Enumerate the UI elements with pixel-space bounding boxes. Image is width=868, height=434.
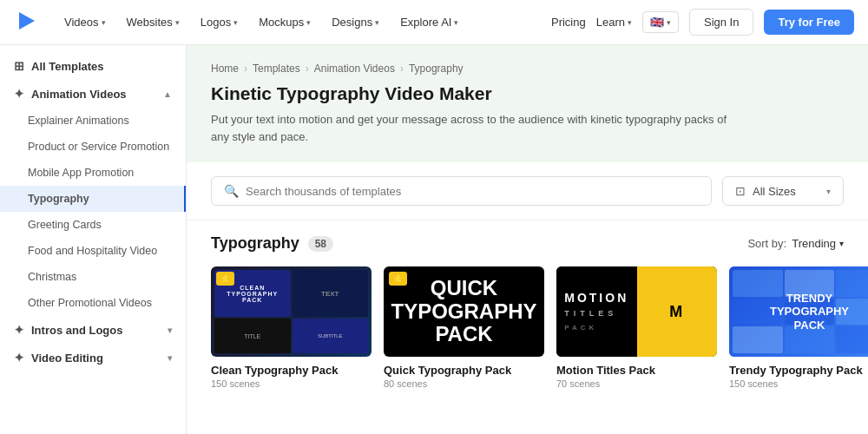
grid-section: Typography 58 Sort by: Trending ▾ [187,220,868,403]
breadcrumb-sep-3: › [400,62,404,75]
nav-mockups[interactable]: Mockups ▾ [250,10,319,34]
chevron-down-icon: ▾ [306,18,311,27]
templates-grid: CLEANTYPOGRAPHYPACK TEXT TITLE SUBTITLE [211,266,844,389]
chevron-down-icon: ▾ [102,18,106,27]
badge-quick: ⭐ [389,272,407,286]
badge-clean: ⭐ [216,272,234,286]
main-content: Home › Templates › Animation Videos › Ty… [187,45,868,434]
sidebar-item-product-promo[interactable]: Product or Service Promotion [0,134,186,160]
template-scenes-clean: 150 scenes [211,378,372,389]
template-scenes-motion: 70 scenes [556,378,717,389]
template-name-quick: Quick Typography Pack [384,364,544,377]
chevron-down-icon: ▾ [168,326,172,335]
page-title: Kinetic Typography Video Maker [211,83,844,104]
chevron-down-icon: ▾ [839,239,844,248]
sidebar-animation-videos[interactable]: ✦ Animation Videos ▲ [0,80,186,108]
search-box[interactable]: 🔍 [211,176,712,206]
size-icon: ⊡ [735,184,746,198]
section-count: 58 [308,236,333,252]
section-header: Typography 58 Sort by: Trending ▾ [211,234,844,253]
chevron-down-icon: ▾ [826,187,831,196]
sidebar-item-food[interactable]: Food and Hospitality Video [0,238,186,264]
animation-icon: ✦ [14,87,24,101]
chevron-down-icon: ▾ [375,18,379,27]
grid-icon: ⊞ [14,59,24,73]
flag-icon: 🇬🇧 [650,16,664,29]
nav-logos[interactable]: Logos ▾ [192,10,247,34]
sort-button[interactable]: Trending ▾ [792,237,844,250]
template-scenes-quick: 80 scenes [384,378,544,389]
learn-link[interactable]: Learn ▾ [596,16,632,29]
nav-explore-ai[interactable]: Explore AI ▾ [391,10,467,34]
template-thumb-quick: QUICKTYPOGRAPHYPACK ⭐ [384,266,544,357]
sidebar-item-typography[interactable]: Typography [0,186,186,212]
template-name-trendy: Trendy Typography Pack [729,364,868,377]
sort-row: Sort by: Trending ▾ [747,237,844,250]
chevron-down-icon: ▾ [175,18,180,27]
sidebar-video-editing[interactable]: ✦ Video Editing ▾ [0,344,186,372]
breadcrumb: Home › Templates › Animation Videos › Ty… [211,62,844,75]
template-thumb-motion: MOTIONTITLESPACK M [556,266,717,357]
chevron-down-icon: ▾ [168,353,172,363]
breadcrumb-animation[interactable]: Animation Videos [314,62,395,75]
template-card-clean[interactable]: CLEANTYPOGRAPHYPACK TEXT TITLE SUBTITLE [211,266,372,389]
chevron-down-icon: ▾ [233,18,238,27]
search-input[interactable] [246,185,699,198]
page-banner: Home › Templates › Animation Videos › Ty… [187,45,868,162]
nav-designs[interactable]: Designs ▾ [323,10,388,34]
template-name-motion: Motion Titles Pack [556,364,717,377]
template-thumb-trendy: TRENDYTYPOGRAPHYPACK [729,266,868,357]
main-nav: Videos ▾ Websites ▾ Logos ▾ Mockups ▾ De… [56,10,467,34]
sidebar-item-explainer[interactable]: Explainer Animations [0,108,186,134]
size-filter[interactable]: ⊡ All Sizes ▾ [722,176,844,206]
template-scenes-trendy: 150 scenes [729,378,868,389]
sidebar: ⊞ All Templates ✦ Animation Videos ▲ Exp… [0,45,187,434]
template-name-clean: Clean Typography Pack [211,364,372,377]
sidebar-item-other-promo[interactable]: Other Promotional Videos [0,290,186,316]
chevron-down-icon: ▾ [667,18,671,27]
nav-videos[interactable]: Videos ▾ [56,10,115,34]
sidebar-item-greeting-cards[interactable]: Greeting Cards [0,212,186,238]
breadcrumb-current: Typography [409,62,464,75]
logo-icon[interactable] [14,9,38,36]
sidebar-item-mobile-app[interactable]: Mobile App Promotion [0,160,186,186]
template-card-motion[interactable]: MOTIONTITLESPACK M Motion Titles Pack 70… [556,266,717,389]
sidebar-item-christmas[interactable]: Christmas [0,264,186,290]
search-icon: 🔍 [224,184,239,198]
main-layout: ⊞ All Templates ✦ Animation Videos ▲ Exp… [0,45,868,434]
template-card-trendy[interactable]: TRENDYTYPOGRAPHYPACK Trendy Typography P… [729,266,868,389]
section-title: Typography [211,234,299,253]
breadcrumb-templates[interactable]: Templates [253,62,300,75]
breadcrumb-home[interactable]: Home [211,62,239,75]
scissors-icon: ✦ [14,351,24,365]
sidebar-intros-logos[interactable]: ✦ Intros and Logos ▾ [0,316,186,344]
pricing-link[interactable]: Pricing [551,16,586,29]
template-thumb-clean: CLEANTYPOGRAPHYPACK TEXT TITLE SUBTITLE [211,266,372,357]
chevron-down-icon: ▾ [454,18,458,27]
header: Videos ▾ Websites ▾ Logos ▾ Mockups ▾ De… [0,0,868,45]
breadcrumb-sep-2: › [306,62,309,75]
svg-marker-0 [19,12,35,30]
chevron-up-icon: ▲ [163,89,172,99]
header-right: Pricing Learn ▾ 🇬🇧 ▾ Sign In Try for Fre… [551,9,854,36]
language-selector[interactable]: 🇬🇧 ▾ [642,11,679,33]
chevron-down-icon: ▾ [628,18,632,27]
nav-websites[interactable]: Websites ▾ [118,10,188,34]
breadcrumb-sep-1: › [244,62,247,75]
star-icon: ✦ [14,323,24,337]
sign-in-button[interactable]: Sign In [689,9,753,36]
page-description: Put your text into motion and get your m… [211,111,732,145]
template-card-quick[interactable]: QUICKTYPOGRAPHYPACK ⭐ Quick Typography P… [384,266,544,389]
sidebar-all-templates[interactable]: ⊞ All Templates [0,52,186,80]
search-row: 🔍 ⊡ All Sizes ▾ [187,162,868,220]
try-free-button[interactable]: Try for Free [764,10,854,35]
